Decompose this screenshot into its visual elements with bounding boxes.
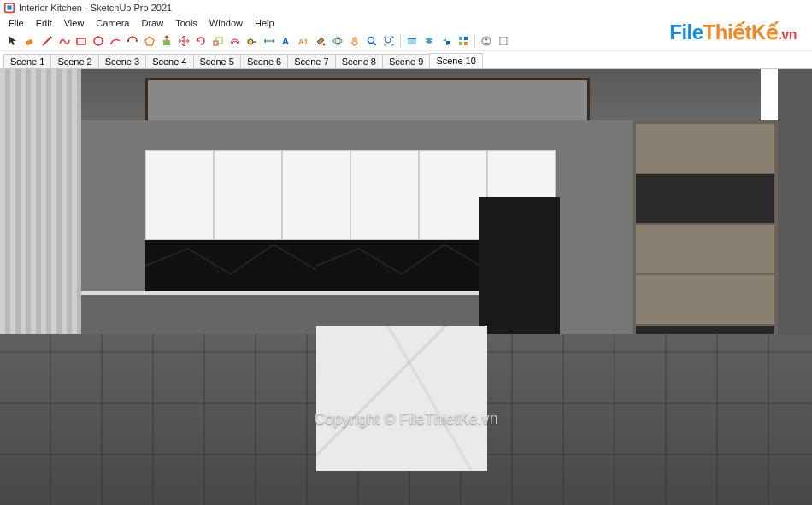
svg-text:A: A (282, 36, 289, 46)
svg-point-15 (323, 43, 326, 45)
scene-tab-9[interactable]: Scene 9 (382, 54, 430, 68)
styles-tool-icon[interactable] (456, 33, 471, 49)
svg-rect-4 (77, 38, 85, 44)
svg-rect-3 (26, 38, 33, 45)
layers-tool-icon[interactable] (421, 33, 437, 49)
svg-point-5 (94, 37, 103, 45)
svg-point-30 (499, 44, 501, 45)
scene-tab-1[interactable]: Scene 1 (3, 54, 51, 68)
select-tool-icon[interactable] (5, 33, 21, 49)
arc2-tool-icon[interactable] (125, 33, 140, 49)
scene-island (316, 326, 487, 471)
pan-tool-icon[interactable] (347, 33, 362, 49)
scene-tabs-bar: Scene 1 Scene 2 Scene 3 Scene 4 Scene 5 … (0, 51, 812, 68)
title-bar: Interior Kitchen - SketchUp Pro 2021 (0, 0, 812, 15)
move-tool-icon[interactable] (176, 33, 191, 49)
svg-point-31 (506, 44, 508, 45)
orbit-tool-icon[interactable] (330, 33, 345, 49)
scale-tool-icon[interactable] (210, 33, 226, 49)
watermark-center-text: Copyright © FileThietKe.vn (314, 410, 497, 428)
svg-marker-8 (145, 37, 154, 45)
menu-draw[interactable]: Draw (136, 17, 168, 29)
svg-point-12 (248, 39, 253, 44)
line-tool-icon[interactable] (39, 33, 55, 49)
offset-tool-icon[interactable] (227, 33, 243, 49)
scene-tab-7[interactable]: Scene 7 (287, 54, 335, 68)
window-title: Interior Kitchen - SketchUp Pro 2021 (19, 3, 172, 13)
svg-rect-23 (459, 42, 462, 45)
menu-edit[interactable]: Edit (31, 17, 57, 29)
svg-point-28 (499, 37, 501, 38)
freehand-tool-icon[interactable] (56, 33, 72, 49)
outliner-tool-icon[interactable] (479, 33, 494, 49)
3dtext-tool-icon[interactable]: A1 (296, 33, 311, 49)
text-tool-icon[interactable]: A (279, 33, 294, 49)
polygon-tool-icon[interactable] (142, 33, 157, 49)
menu-file[interactable]: File (3, 17, 29, 29)
svg-point-18 (368, 37, 374, 43)
svg-point-29 (506, 37, 508, 38)
paint-tool-icon[interactable] (313, 33, 328, 49)
pushpull-tool-icon[interactable] (159, 33, 174, 49)
menu-view[interactable]: View (59, 17, 90, 29)
svg-text:A1: A1 (298, 38, 309, 46)
menu-window[interactable]: Window (204, 17, 248, 29)
scene-tab-4[interactable]: Scene 4 (145, 54, 193, 68)
svg-point-26 (485, 38, 488, 40)
viewport[interactable]: Copyright © FileThietKe.vn (0, 68, 812, 505)
components-tool-icon[interactable] (496, 33, 511, 49)
scene-3d-kitchen (0, 69, 812, 505)
svg-rect-2 (7, 5, 11, 9)
shadows-tool-icon[interactable] (438, 33, 454, 49)
svg-point-16 (333, 38, 342, 43)
watermark-logo-part3: .vn (778, 27, 797, 42)
svg-point-7 (136, 40, 138, 42)
watermark-logo-part1: File (669, 21, 703, 44)
arc-tool-icon[interactable] (108, 33, 123, 49)
menu-camera[interactable]: Camera (91, 17, 134, 29)
menu-tools[interactable]: Tools (170, 17, 203, 29)
svg-point-6 (127, 40, 129, 42)
scene-tab-10[interactable]: Scene 10 (429, 53, 482, 68)
svg-point-19 (385, 38, 391, 43)
app-icon (3, 2, 15, 14)
svg-rect-9 (163, 40, 170, 45)
menu-help[interactable]: Help (250, 17, 279, 29)
toolbar-separator (474, 34, 475, 48)
section-tool-icon[interactable] (404, 33, 420, 49)
dimension-tool-icon[interactable] (262, 33, 277, 49)
scene-tab-3[interactable]: Scene 3 (98, 54, 146, 68)
tape-tool-icon[interactable] (244, 33, 260, 49)
toolbar-separator (400, 34, 401, 48)
watermark-logo-part2: ThiếtKế (703, 21, 779, 44)
eraser-tool-icon[interactable] (22, 33, 38, 49)
scene-tab-8[interactable]: Scene 8 (335, 54, 383, 68)
svg-rect-21 (459, 37, 462, 40)
rectangle-tool-icon[interactable] (74, 33, 89, 49)
zoom-tool-icon[interactable] (364, 33, 380, 49)
svg-rect-27 (500, 38, 507, 44)
watermark-logo: FileThiếtKế.vn (669, 21, 797, 44)
svg-point-17 (336, 37, 340, 45)
svg-rect-24 (464, 42, 468, 45)
svg-rect-20 (408, 38, 416, 44)
scene-tab-2[interactable]: Scene 2 (50, 54, 98, 68)
scene-tab-5[interactable]: Scene 5 (193, 54, 241, 68)
scene-tab-6[interactable]: Scene 6 (240, 54, 288, 68)
circle-tool-icon[interactable] (91, 33, 106, 49)
svg-rect-22 (464, 37, 468, 40)
zoom-extents-tool-icon[interactable] (381, 33, 397, 49)
rotate-tool-icon[interactable] (193, 33, 209, 49)
